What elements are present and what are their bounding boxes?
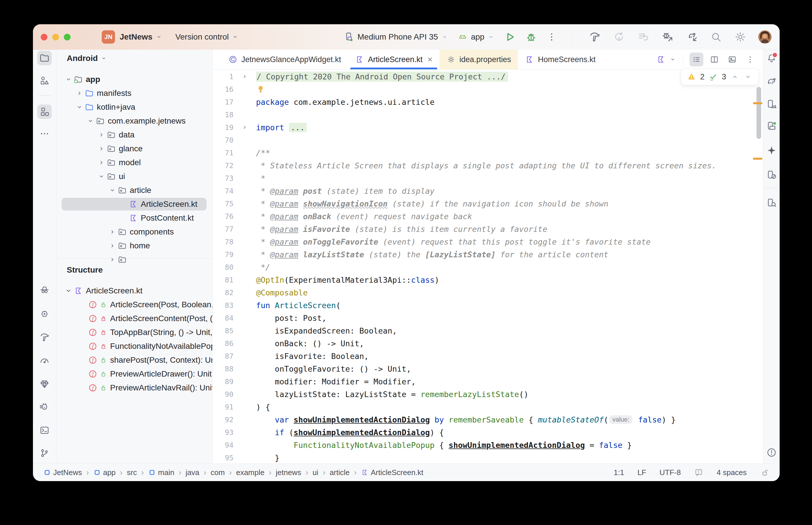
breadcrumb-example[interactable]: example xyxy=(236,468,264,477)
breadcrumb-jetnews[interactable]: jetnews xyxy=(276,468,301,477)
tree-item-article[interactable]: article xyxy=(56,183,212,197)
tool-button-more-tool-windows[interactable] xyxy=(37,126,52,141)
inspections-widget[interactable]: 2 3 xyxy=(681,69,759,85)
user-avatar[interactable] xyxy=(758,30,771,44)
chevron-right-icon[interactable] xyxy=(96,158,107,167)
profile-button[interactable]: A xyxy=(612,31,625,43)
editor-scrollbar[interactable] xyxy=(756,87,761,139)
tool-button-device-mirroring[interactable] xyxy=(764,168,779,182)
chevron-right-icon[interactable] xyxy=(96,131,107,139)
file-encoding[interactable]: UTF-8 xyxy=(660,468,681,477)
tool-button-gemini[interactable] xyxy=(764,143,779,158)
structure-member[interactable]: fPreviewArticleNavRail(): Unit xyxy=(56,381,212,395)
more-run-actions-button[interactable] xyxy=(546,31,557,43)
indent-setting[interactable]: 4 spaces xyxy=(717,468,747,477)
editor-options[interactable] xyxy=(743,52,757,66)
tool-button-run[interactable] xyxy=(37,307,52,321)
tree-item-articlescreen-kt[interactable]: ArticleScreen.kt xyxy=(56,197,212,211)
tool-button-terminal[interactable] xyxy=(37,423,52,437)
code-editor[interactable]: 1/ Copyright 2020 The Android Open Sourc… xyxy=(213,70,763,464)
tree-item-manifests[interactable]: manifests xyxy=(56,86,212,100)
tree-item-data[interactable]: data xyxy=(56,128,212,142)
tree-item-kotlin-java[interactable]: kotlin+java xyxy=(56,100,212,114)
structure-root[interactable]: ArticleScreen.kt xyxy=(56,284,212,298)
breadcrumb-app[interactable]: app xyxy=(93,468,116,477)
tab-idea-properties[interactable]: idea.properties xyxy=(440,50,518,69)
chevron-right-icon[interactable] xyxy=(74,89,85,97)
tree-item-home[interactable]: home xyxy=(56,239,212,253)
tree-item-model[interactable]: model xyxy=(56,156,212,169)
scrollbar-warning-mark[interactable] xyxy=(753,102,762,104)
tool-button-gradle[interactable] xyxy=(764,74,779,88)
breadcrumb-java[interactable]: java xyxy=(186,468,200,477)
tool-button-structure[interactable] xyxy=(37,105,52,119)
split-editor[interactable] xyxy=(707,52,721,66)
tool-button-running-devices[interactable] xyxy=(764,119,779,133)
tool-button-app-inspection[interactable] xyxy=(37,283,52,298)
breadcrumb-src[interactable]: src xyxy=(127,468,137,477)
hidden-tabs-dropdown[interactable] xyxy=(669,56,677,63)
tree-item-com-example-jetnews[interactable]: com.example.jetnews xyxy=(56,114,212,128)
caret-position[interactable]: 1:1 xyxy=(614,468,624,477)
chevron-down-icon[interactable] xyxy=(74,103,85,111)
scrollbar-warning-mark[interactable] xyxy=(753,158,762,160)
tool-button-profiler[interactable] xyxy=(37,354,52,368)
tab-articlescreen-kt[interactable]: ArticleScreen.kt× xyxy=(348,50,440,69)
breadcrumb-main[interactable]: main xyxy=(148,468,174,477)
minimize-window-button[interactable] xyxy=(52,34,59,41)
chevron-down-icon[interactable] xyxy=(63,286,74,296)
build-button[interactable] xyxy=(588,31,601,43)
tool-button-project[interactable] xyxy=(37,51,52,65)
rerun-button[interactable] xyxy=(637,31,650,43)
previous-problem-button[interactable] xyxy=(730,72,739,81)
tree-item-glance[interactable]: glance xyxy=(56,142,212,156)
next-problem-button[interactable] xyxy=(743,72,753,81)
tool-button-version-control[interactable] xyxy=(37,446,52,460)
close-tab-icon[interactable]: × xyxy=(427,55,432,64)
tab-homescreens-kt[interactable]: HomeScreens.kt xyxy=(518,50,603,69)
device-selector[interactable]: Medium Phone API 35 xyxy=(343,31,448,43)
tree-item-clipped[interactable] xyxy=(56,253,212,267)
breadcrumb-com[interactable]: com xyxy=(211,468,225,477)
breadcrumb-jetnews[interactable]: JetNews xyxy=(43,468,82,477)
run-button[interactable] xyxy=(503,31,516,43)
close-window-button[interactable] xyxy=(41,34,47,41)
chevron-down-icon[interactable] xyxy=(96,172,107,181)
search-everywhere-button[interactable] xyxy=(710,31,722,43)
tree-item-components[interactable]: components xyxy=(56,225,212,239)
file-lock-icon[interactable] xyxy=(760,468,769,477)
chevron-right-icon[interactable] xyxy=(96,145,107,153)
structure-member[interactable]: fTopAppBar(String, () -> Unit, xyxy=(56,326,212,339)
structure-member[interactable]: fArticleScreenContent(Post, () xyxy=(56,312,212,326)
tool-button-problems[interactable] xyxy=(764,445,779,460)
structure-member[interactable]: fArticleScreen(Post, Boolean, xyxy=(56,298,212,312)
tool-button-build[interactable] xyxy=(37,330,52,345)
chevron-right-icon[interactable] xyxy=(107,228,118,236)
run-configuration-selector[interactable]: app xyxy=(457,31,495,43)
tree-item-app[interactable]: app xyxy=(56,73,212,86)
chevron-down-icon[interactable] xyxy=(63,75,74,84)
chevron-down-icon[interactable] xyxy=(107,186,118,195)
tool-button-logcat[interactable] xyxy=(37,400,52,415)
project-widget[interactable]: JetNews xyxy=(120,32,163,42)
editor-list-view[interactable] xyxy=(690,52,703,66)
attach-debugger-button[interactable] xyxy=(661,31,674,43)
tool-button-device-explorer[interactable] xyxy=(764,196,779,210)
zoom-window-button[interactable] xyxy=(64,34,71,41)
sync-project-button[interactable] xyxy=(685,31,698,43)
breadcrumb-ui[interactable]: ui xyxy=(312,468,318,477)
chevron-down-icon[interactable] xyxy=(85,117,95,125)
tree-item-ui[interactable]: ui xyxy=(56,169,212,183)
tool-button-notifications[interactable] xyxy=(764,51,779,65)
tool-button-resource-manager[interactable] xyxy=(37,73,52,88)
structure-member[interactable]: fsharePost(Post, Context): Un xyxy=(56,353,212,367)
breadcrumb-articlescreen-kt[interactable]: ArticleScreen.kt xyxy=(361,468,423,477)
settings-button[interactable] xyxy=(734,31,747,43)
tool-button-app-quality-insights[interactable] xyxy=(37,377,52,391)
tool-button-device-manager[interactable] xyxy=(764,97,779,111)
fold-marker-icon[interactable] xyxy=(234,124,256,131)
vcs-widget[interactable]: Version control xyxy=(175,32,239,42)
structure-member[interactable]: fPreviewArticleDrawer(): Unit xyxy=(56,367,212,381)
chevron-right-icon[interactable] xyxy=(107,241,118,250)
chevron-right-icon[interactable] xyxy=(107,255,118,264)
